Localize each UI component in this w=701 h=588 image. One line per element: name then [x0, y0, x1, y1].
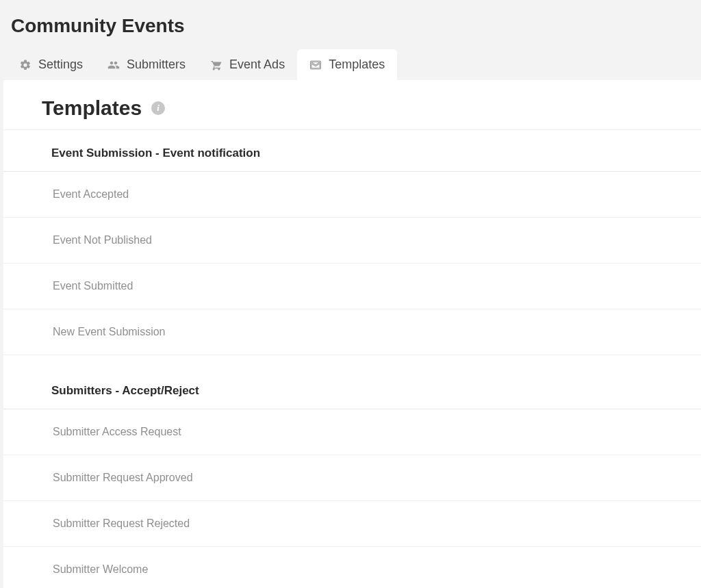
- template-row[interactable]: Submitter Request Rejected: [3, 501, 701, 547]
- template-row[interactable]: Submitter Request Approved: [3, 455, 701, 501]
- tab-label: Submitters: [127, 57, 186, 72]
- envelope-icon: [309, 59, 322, 71]
- template-row[interactable]: New Event Submission: [3, 309, 701, 355]
- template-row[interactable]: Event Submitted: [3, 264, 701, 309]
- template-row[interactable]: Event Accepted: [3, 172, 701, 218]
- tab-label: Templates: [329, 57, 385, 72]
- group-header-submitters: Submitters - Accept/Reject: [3, 368, 701, 409]
- info-icon[interactable]: i: [151, 101, 165, 115]
- users-icon: [107, 59, 120, 71]
- page-title: Community Events: [0, 0, 701, 49]
- group-header-event-submission: Event Submission - Event notification: [3, 130, 701, 172]
- section-heading: Templates i: [3, 97, 701, 130]
- template-row[interactable]: Submitter Access Request: [3, 409, 701, 455]
- tab-label: Event Ads: [229, 57, 285, 72]
- content-panel: Templates i Event Submission - Event not…: [3, 80, 701, 588]
- tab-event-ads[interactable]: Event Ads: [198, 49, 297, 80]
- tab-templates[interactable]: Templates: [297, 49, 397, 80]
- template-row[interactable]: Event Not Published: [3, 218, 701, 264]
- tab-settings[interactable]: Settings: [7, 49, 95, 80]
- gear-icon: [19, 59, 31, 71]
- section-title: Templates: [42, 97, 142, 120]
- tabs-nav: Settings Submitters Event Ads Templates: [0, 49, 701, 80]
- cart-icon: [210, 59, 222, 71]
- template-row[interactable]: Submitter Welcome: [3, 547, 701, 588]
- tab-submitters[interactable]: Submitters: [95, 49, 198, 80]
- tab-label: Settings: [38, 57, 83, 72]
